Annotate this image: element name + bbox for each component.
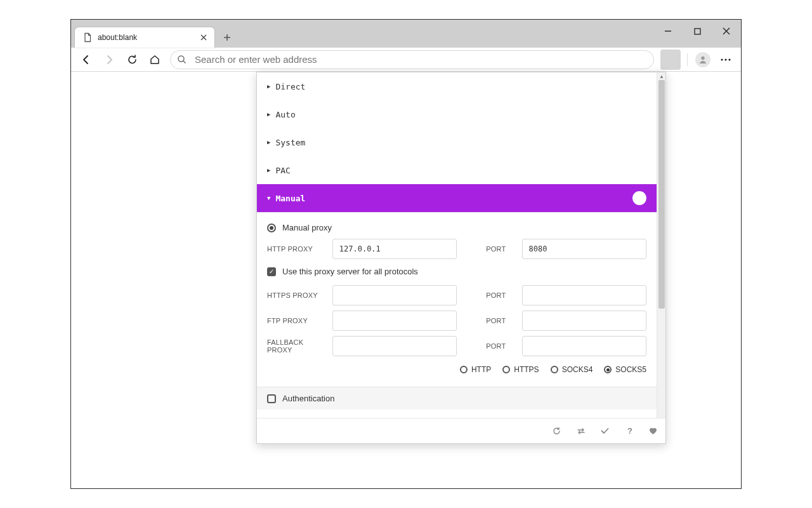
caret-down-icon: ▼	[267, 195, 270, 201]
browser-tab[interactable]: about:blank	[75, 27, 214, 48]
manual-proxy-scheme-label: Manual proxy	[282, 223, 332, 232]
window-maximize-button[interactable]	[683, 20, 712, 43]
apply-button[interactable]	[601, 427, 611, 434]
mode-label: PAC	[275, 166, 290, 175]
http-proxy-port-input[interactable]	[522, 239, 646, 259]
fallback-protocol-group: HTTP HTTPS SOCKS4 SOCKS5	[267, 359, 646, 378]
http-proxy-label: HTTP PROXY	[267, 245, 326, 253]
https-proxy-host-input[interactable]	[332, 285, 457, 305]
ftp-proxy-host-input[interactable]	[332, 311, 457, 331]
radio-on-icon	[604, 366, 612, 373]
avatar-icon	[695, 52, 710, 67]
mode-row-system[interactable]: ▶ System	[257, 128, 657, 156]
protocol-socks4-radio[interactable]: SOCKS4	[551, 365, 593, 374]
checkbox-unchecked-icon	[267, 394, 276, 403]
radio-off-icon	[460, 366, 468, 373]
caret-right-icon: ▶	[267, 111, 270, 117]
refresh-button[interactable]	[553, 427, 563, 435]
window-minimize-button[interactable]	[653, 20, 683, 43]
svg-rect-0	[695, 29, 700, 34]
favorite-button[interactable]	[649, 427, 659, 435]
caret-right-icon: ▶	[267, 167, 270, 173]
svg-point-2	[701, 56, 704, 59]
mode-label: Manual	[275, 194, 305, 203]
browser-window: about:blank	[70, 19, 742, 489]
https-proxy-port-label: PORT	[486, 291, 515, 299]
http-proxy-host-input[interactable]	[332, 239, 457, 259]
file-icon	[82, 32, 93, 43]
fallback-proxy-host-input[interactable]	[332, 336, 457, 356]
selected-mode-badge	[632, 191, 646, 205]
mode-row-auto[interactable]: ▶ Auto	[257, 100, 657, 128]
mode-row-direct[interactable]: ▶ Direct	[257, 72, 657, 100]
mode-row-manual[interactable]: ▼ Manual	[257, 184, 657, 212]
swap-button[interactable]	[577, 427, 587, 435]
address-input[interactable]	[187, 54, 653, 65]
browser-toolbar	[71, 48, 741, 72]
scroll-thumb[interactable]	[658, 80, 665, 309]
tab-title: about:blank	[98, 33, 137, 42]
https-proxy-label: HTTPS PROXY	[267, 291, 326, 299]
svg-point-4	[724, 58, 726, 60]
tab-close-button[interactable]	[199, 33, 208, 42]
window-close-button[interactable]	[712, 20, 741, 43]
browser-menu-button[interactable]	[714, 50, 737, 69]
radio-off-icon	[551, 366, 558, 373]
use-for-all-checkbox[interactable]: Use this proxy server for all protocols	[267, 262, 646, 283]
mode-label: System	[275, 138, 305, 147]
authentication-section: Authentication	[257, 387, 657, 410]
http-proxy-port-label: PORT	[486, 245, 515, 253]
authentication-checkbox[interactable]: Authentication	[267, 394, 646, 403]
radio-off-icon	[502, 366, 510, 373]
protocol-https-radio[interactable]: HTTPS	[502, 365, 539, 374]
reload-button[interactable]	[121, 50, 143, 69]
protocol-socks5-radio[interactable]: SOCKS5	[604, 365, 646, 374]
address-bar[interactable]	[170, 50, 654, 69]
profile-button[interactable]	[691, 50, 714, 69]
svg-point-5	[728, 58, 730, 60]
scroll-up-arrow[interactable]: ▲	[657, 72, 665, 80]
title-bar: about:blank	[71, 20, 741, 48]
popup-scrollbar[interactable]: ▲	[657, 72, 665, 418]
checkbox-checked-icon	[267, 267, 276, 276]
manual-proxy-scheme-radio[interactable]: Manual proxy	[267, 219, 646, 236]
fallback-proxy-label: FALLBACK PROXY	[267, 338, 326, 354]
ftp-proxy-port-input[interactable]	[522, 311, 646, 331]
fallback-proxy-port-label: PORT	[486, 342, 515, 350]
https-proxy-port-input[interactable]	[522, 285, 646, 305]
back-button[interactable]	[75, 50, 98, 69]
ftp-proxy-port-label: PORT	[486, 317, 515, 324]
svg-point-1	[178, 56, 184, 62]
radio-on-icon	[267, 224, 276, 232]
proxy-extension-button[interactable]	[660, 50, 681, 70]
caret-right-icon: ▶	[267, 83, 270, 90]
home-button[interactable]	[143, 50, 166, 69]
fallback-proxy-port-input[interactable]	[522, 336, 646, 356]
forward-button[interactable]	[98, 50, 121, 69]
caret-right-icon: ▶	[267, 139, 270, 145]
mode-label: Auto	[275, 110, 295, 119]
use-for-all-label: Use this proxy server for all protocols	[282, 267, 418, 276]
authentication-label: Authentication	[282, 394, 334, 403]
help-button[interactable]: ?	[625, 426, 635, 436]
proxy-settings-popup: ▲ ▶ Direct	[256, 72, 666, 444]
ftp-proxy-label: FTP PROXY	[267, 317, 326, 324]
window-controls	[653, 20, 741, 43]
new-tab-button[interactable]	[218, 29, 236, 46]
popup-footer: ?	[257, 418, 665, 443]
mode-label: Direct	[275, 82, 305, 91]
search-icon	[177, 55, 187, 65]
manual-proxy-panel: Manual proxy HTTP PROXY PORT Use this pr…	[257, 212, 657, 387]
svg-point-3	[721, 58, 723, 60]
toolbar-divider	[687, 53, 688, 66]
mode-row-pac[interactable]: ▶ PAC	[257, 156, 657, 184]
protocol-http-radio[interactable]: HTTP	[460, 365, 491, 374]
